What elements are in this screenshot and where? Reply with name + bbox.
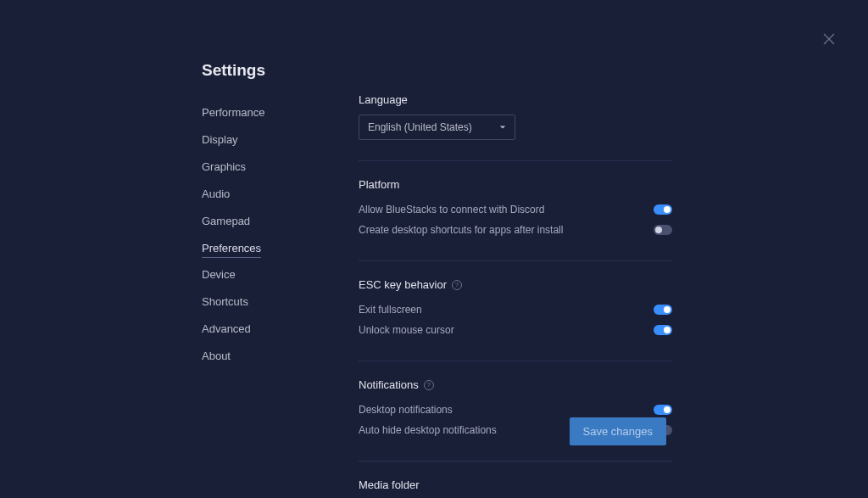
- sidebar-item-preferences[interactable]: Preferences: [202, 238, 261, 258]
- save-button[interactable]: Save changes: [570, 417, 666, 445]
- divider: [359, 160, 672, 161]
- chevron-down-icon: [499, 124, 506, 131]
- section-title-text: ESC key behavior: [359, 278, 447, 291]
- section-title-media: Media folder: [359, 478, 672, 491]
- section-title-text: Notifications: [359, 378, 419, 391]
- page-title: Settings: [202, 61, 287, 80]
- help-icon[interactable]: ?: [452, 280, 462, 290]
- sidebar-item-performance[interactable]: Performance: [202, 102, 264, 123]
- section-media: Media folder C:\Users\wirch\Pictures\Blu…: [359, 478, 672, 498]
- section-platform: Platform Allow BlueStacks to connect wit…: [359, 178, 672, 240]
- section-language: Language English (United States): [359, 93, 672, 140]
- toggle-discord[interactable]: [654, 204, 672, 215]
- section-title-esc: ESC key behavior ?: [359, 278, 672, 291]
- sidebar-item-display[interactable]: Display: [202, 129, 238, 150]
- nav-list: Performance Display Graphics Audio Gamep…: [202, 102, 287, 367]
- sidebar-item-device[interactable]: Device: [202, 264, 236, 285]
- divider: [359, 461, 672, 462]
- row-label: Desktop notifications: [359, 404, 654, 416]
- row-label: Unlock mouse cursor: [359, 324, 654, 336]
- row-unlock-cursor: Unlock mouse cursor: [359, 320, 672, 340]
- row-exit-fullscreen: Exit fullscreen: [359, 299, 672, 320]
- section-title-notifications: Notifications ?: [359, 378, 672, 391]
- toggle-unlock-cursor[interactable]: [654, 325, 672, 335]
- sidebar-item-about[interactable]: About: [202, 345, 231, 367]
- sidebar-item-advanced[interactable]: Advanced: [202, 318, 251, 339]
- row-discord: Allow BlueStacks to connect with Discord: [359, 199, 672, 220]
- toggle-shortcuts[interactable]: [654, 225, 672, 235]
- language-select-value: English (United States): [368, 121, 472, 133]
- section-title-language: Language: [359, 93, 672, 106]
- sidebar: Settings Performance Display Graphics Au…: [202, 61, 287, 498]
- section-title-platform: Platform: [359, 178, 672, 191]
- help-icon[interactable]: ?: [424, 380, 434, 390]
- row-label: Allow BlueStacks to connect with Discord: [359, 204, 654, 215]
- divider: [359, 260, 672, 261]
- section-esc: ESC key behavior ? Exit fullscreen Unloc…: [359, 278, 672, 340]
- language-select[interactable]: English (United States): [359, 115, 515, 140]
- toggle-exit-fullscreen[interactable]: [654, 305, 672, 315]
- sidebar-item-shortcuts[interactable]: Shortcuts: [202, 291, 248, 312]
- divider: [359, 361, 672, 361]
- row-label: Exit fullscreen: [359, 304, 654, 316]
- sidebar-item-gamepad[interactable]: Gamepad: [202, 210, 250, 232]
- close-icon[interactable]: [822, 32, 836, 46]
- toggle-desktop-notifications[interactable]: [654, 405, 672, 415]
- sidebar-item-audio[interactable]: Audio: [202, 183, 230, 204]
- sidebar-item-graphics[interactable]: Graphics: [202, 156, 246, 177]
- row-shortcuts: Create desktop shortcuts for apps after …: [359, 220, 672, 240]
- row-label: Create desktop shortcuts for apps after …: [359, 224, 654, 236]
